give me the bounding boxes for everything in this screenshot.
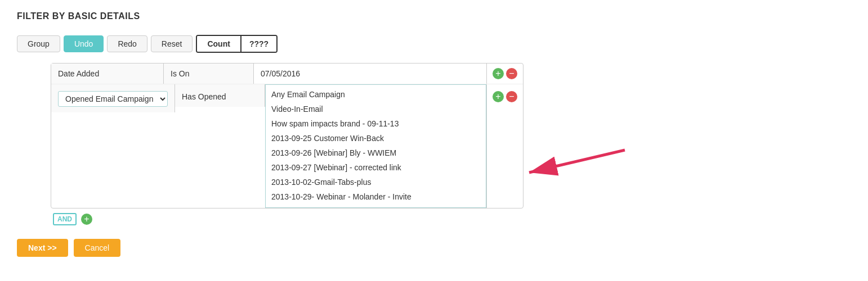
campaign-dropdown-list[interactable]: Any Email Campaign Video-In-Email How sp… (265, 84, 486, 208)
remove-row-button-1[interactable]: − (506, 68, 517, 79)
field-cell-2[interactable]: Opened Email Campaign (51, 84, 175, 112)
bottom-actions: Next >> Cancel (17, 239, 851, 257)
add-row-button-1[interactable]: + (493, 68, 504, 79)
date-input[interactable] (261, 69, 480, 78)
next-button[interactable]: Next >> (17, 239, 68, 257)
actions-cell-2: + − (487, 84, 523, 107)
actions-cell-1: + − (487, 64, 523, 84)
field-select-2[interactable]: Opened Email Campaign (58, 91, 168, 107)
operator-cell-2: Has Opened (175, 84, 265, 107)
add-row-button-2[interactable]: + (493, 91, 504, 102)
filter-wrapper: Date Added Is On + − Opened Email Campai… (51, 63, 524, 225)
list-item[interactable]: Any Email Campaign (266, 87, 486, 102)
and-section: AND + (53, 213, 524, 225)
list-item[interactable]: 2013-09-26 [Webinar] Bly - WWIEM (266, 146, 486, 160)
field-cell-1: Date Added (51, 64, 164, 84)
page-title: FILTER BY BASIC DETAILS (17, 11, 851, 21)
filter-outer-wrapper: Date Added Is On + − Opened Email Campai… (51, 63, 851, 225)
cancel-button[interactable]: Cancel (74, 239, 121, 257)
remove-row-button-2[interactable]: − (506, 91, 517, 102)
list-item[interactable]: 2013-09-25 Customer Win-Back (266, 131, 486, 146)
value-cell-1[interactable] (254, 64, 487, 84)
redo-button[interactable]: Redo (107, 35, 147, 52)
filter-row-1: Date Added Is On + − (51, 64, 523, 84)
list-item[interactable]: 2013-10-29- Webinar - Molander - Invite (266, 189, 486, 204)
toolbar: Group Undo Redo Reset Count ???? (17, 35, 851, 53)
list-item[interactable]: Video-In-Email (266, 102, 486, 116)
reset-button[interactable]: Reset (151, 35, 193, 52)
operator-cell-1: Is On (164, 64, 254, 84)
count-button[interactable]: Count (197, 36, 241, 52)
undo-button[interactable]: Undo (64, 35, 104, 52)
operator-label-1: Is On (171, 69, 189, 78)
list-item[interactable]: How spam impacts brand - 09-11-13 (266, 116, 486, 131)
list-item[interactable]: 2013-09-27 [Webinar] - corrected link (266, 160, 486, 175)
value-cell-2[interactable]: Any Email Campaign Video-In-Email How sp… (265, 84, 487, 208)
list-item[interactable]: 2013-10-29- Webinar - Molander - Invite2 (266, 204, 486, 208)
add-and-button[interactable]: + (81, 214, 92, 225)
operator-label-2: Has Opened (182, 92, 226, 101)
field-label-1: Date Added (58, 69, 99, 78)
count-group: Count ???? (196, 35, 278, 53)
filter-block: Date Added Is On + − Opened Email Campai… (51, 63, 524, 209)
question-button[interactable]: ???? (241, 36, 276, 52)
list-item[interactable]: 2013-10-02-Gmail-Tabs-plus (266, 175, 486, 189)
svg-line-1 (529, 150, 625, 173)
group-button[interactable]: Group (17, 35, 60, 52)
and-badge[interactable]: AND (53, 213, 77, 225)
filter-row-2: Opened Email Campaign Has Opened Any Ema… (51, 84, 523, 208)
arrow-indicator (512, 144, 636, 180)
